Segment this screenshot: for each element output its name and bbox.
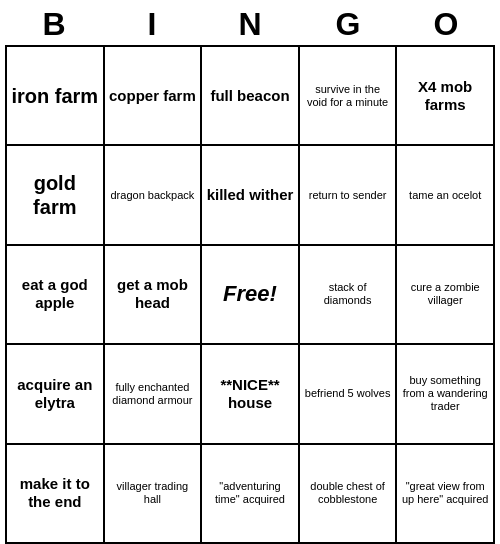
bingo-header: BINGO	[5, 0, 495, 45]
bingo-cell-10[interactable]: eat a god apple	[7, 246, 105, 345]
bingo-cell-4[interactable]: X4 mob farms	[397, 47, 495, 146]
bingo-cell-22[interactable]: "adventuring time" acquired	[202, 445, 300, 544]
bingo-cell-17[interactable]: **NICE** house	[202, 345, 300, 444]
header-letter-g: G	[304, 6, 392, 43]
bingo-cell-20[interactable]: make it to the end	[7, 445, 105, 544]
bingo-cell-5[interactable]: gold farm	[7, 146, 105, 245]
header-letter-i: I	[108, 6, 196, 43]
bingo-cell-6[interactable]: dragon backpack	[105, 146, 203, 245]
bingo-cell-16[interactable]: fully enchanted diamond armour	[105, 345, 203, 444]
bingo-cell-0[interactable]: iron farm	[7, 47, 105, 146]
bingo-cell-21[interactable]: villager trading hall	[105, 445, 203, 544]
bingo-cell-3[interactable]: survive in the void for a minute	[300, 47, 398, 146]
bingo-cell-14[interactable]: cure a zombie villager	[397, 246, 495, 345]
header-letter-b: B	[10, 6, 98, 43]
bingo-cell-24[interactable]: "great view from up here" acquired	[397, 445, 495, 544]
bingo-cell-18[interactable]: befriend 5 wolves	[300, 345, 398, 444]
bingo-cell-15[interactable]: acquire an elytra	[7, 345, 105, 444]
bingo-cell-13[interactable]: stack of diamonds	[300, 246, 398, 345]
bingo-cell-8[interactable]: return to sender	[300, 146, 398, 245]
bingo-cell-11[interactable]: get a mob head	[105, 246, 203, 345]
header-letter-o: O	[402, 6, 490, 43]
header-letter-n: N	[206, 6, 294, 43]
bingo-cell-23[interactable]: double chest of cobblestone	[300, 445, 398, 544]
bingo-cell-7[interactable]: killed wither	[202, 146, 300, 245]
bingo-grid: iron farmcopper farmfull beaconsurvive i…	[5, 45, 495, 544]
bingo-cell-9[interactable]: tame an ocelot	[397, 146, 495, 245]
bingo-cell-12[interactable]: Free!	[202, 246, 300, 345]
bingo-cell-2[interactable]: full beacon	[202, 47, 300, 146]
bingo-cell-19[interactable]: buy something from a wandering trader	[397, 345, 495, 444]
bingo-cell-1[interactable]: copper farm	[105, 47, 203, 146]
